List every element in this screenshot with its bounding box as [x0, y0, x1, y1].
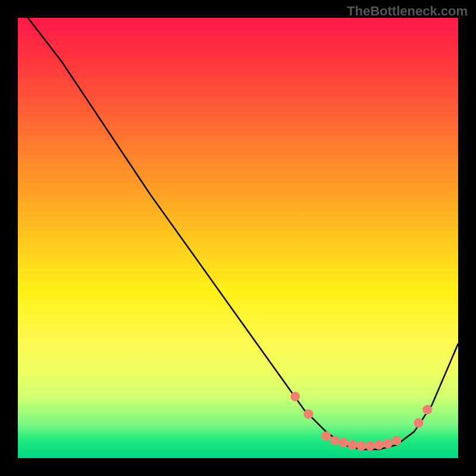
marker-dot [339, 438, 349, 447]
watermark-text: TheBottleneck.com [347, 4, 468, 19]
chart-plot-area [18, 18, 458, 458]
marker-dot [356, 441, 366, 450]
marker-dot [303, 409, 313, 419]
chart-curve-path [18, 18, 458, 449]
marker-dot [392, 436, 401, 445]
marker-dot [330, 436, 340, 445]
marker-dot [383, 439, 393, 449]
chart-svg [18, 18, 458, 458]
marker-dot [374, 440, 384, 450]
marker-dot [347, 440, 357, 450]
marker-dot [321, 431, 331, 441]
marker-dot [422, 405, 432, 415]
marker-dot [290, 392, 300, 401]
marker-group [290, 392, 432, 450]
marker-dot [365, 441, 375, 450]
marker-dot [414, 418, 423, 428]
